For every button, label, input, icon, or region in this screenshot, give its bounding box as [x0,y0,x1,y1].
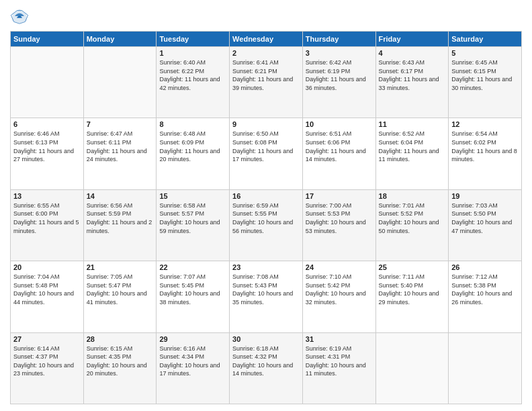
day-number: 30 [232,335,300,343]
day-number: 13 [13,192,81,200]
calendar-cell: 1Sunrise: 6:40 AMSunset: 6:22 PMDaylight… [157,47,230,118]
calendar-cell [449,332,522,404]
day-number: 31 [306,335,373,343]
day-number: 2 [232,49,300,57]
calendar-cell: 31Sunrise: 6:19 AMSunset: 4:31 PMDayligh… [302,332,375,404]
day-number: 11 [379,120,446,128]
day-info: Sunrise: 7:00 AMSunset: 5:53 PMDaylight:… [306,201,373,235]
calendar-cell: 15Sunrise: 6:58 AMSunset: 5:57 PMDayligh… [157,189,230,261]
day-info: Sunrise: 7:10 AMSunset: 5:42 PMDaylight:… [306,273,373,306]
calendar-cell: 18Sunrise: 7:01 AMSunset: 5:52 PMDayligh… [375,189,449,261]
day-info: Sunrise: 6:55 AMSunset: 6:00 PMDaylight:… [13,201,81,235]
weekday-header-thursday: Thursday [302,32,375,47]
calendar-cell: 2Sunrise: 6:41 AMSunset: 6:21 PMDaylight… [230,47,303,118]
day-info: Sunrise: 6:43 AMSunset: 6:17 PMDaylight:… [379,58,446,92]
day-info: Sunrise: 6:19 AMSunset: 4:31 PMDaylight:… [306,345,373,378]
day-info: Sunrise: 7:04 AMSunset: 5:48 PMDaylight:… [13,273,81,306]
calendar-cell [375,332,449,404]
calendar-cell: 5Sunrise: 6:45 AMSunset: 6:15 PMDaylight… [449,47,522,118]
calendar-cell: 8Sunrise: 6:48 AMSunset: 6:09 PMDaylight… [157,118,230,189]
calendar-cell: 22Sunrise: 7:07 AMSunset: 5:45 PMDayligh… [157,261,230,332]
calendar-cell: 4Sunrise: 6:43 AMSunset: 6:17 PMDaylight… [375,47,449,118]
calendar-cell: 20Sunrise: 7:04 AMSunset: 5:48 PMDayligh… [11,261,84,332]
calendar-cell: 25Sunrise: 7:11 AMSunset: 5:40 PMDayligh… [375,261,449,332]
calendar-table: SundayMondayTuesdayWednesdayThursdayFrid… [10,31,522,404]
calendar-cell: 24Sunrise: 7:10 AMSunset: 5:42 PMDayligh… [302,261,375,332]
day-info: Sunrise: 7:12 AMSunset: 5:38 PMDaylight:… [451,273,519,306]
day-info: Sunrise: 7:01 AMSunset: 5:52 PMDaylight:… [379,201,446,235]
calendar-cell: 3Sunrise: 6:42 AMSunset: 6:19 PMDaylight… [302,47,375,118]
day-number: 26 [451,263,519,271]
day-number: 27 [13,335,81,343]
day-info: Sunrise: 6:46 AMSunset: 6:13 PMDaylight:… [13,130,81,163]
calendar-cell: 14Sunrise: 6:56 AMSunset: 5:59 PMDayligh… [83,189,157,261]
day-info: Sunrise: 6:50 AMSunset: 6:08 PMDaylight:… [232,130,300,163]
day-info: Sunrise: 6:15 AMSunset: 4:35 PMDaylight:… [87,345,154,378]
calendar-cell: 16Sunrise: 6:59 AMSunset: 5:55 PMDayligh… [230,189,303,261]
calendar-week-row: 1Sunrise: 6:40 AMSunset: 6:22 PMDaylight… [11,47,522,118]
day-info: Sunrise: 6:52 AMSunset: 6:04 PMDaylight:… [379,130,446,163]
day-number: 25 [379,263,446,271]
day-number: 22 [159,263,226,271]
day-number: 28 [87,335,154,343]
day-info: Sunrise: 6:59 AMSunset: 5:55 PMDaylight:… [232,201,300,235]
weekday-header-sunday: Sunday [11,32,84,47]
day-number: 18 [379,192,446,200]
day-info: Sunrise: 7:11 AMSunset: 5:40 PMDaylight:… [379,273,446,306]
page: SundayMondayTuesdayWednesdayThursdayFrid… [0,0,532,411]
calendar-cell: 29Sunrise: 6:16 AMSunset: 4:34 PMDayligh… [157,332,230,404]
day-info: Sunrise: 6:51 AMSunset: 6:06 PMDaylight:… [306,130,373,163]
day-number: 1 [159,49,226,57]
day-number: 3 [306,49,373,57]
calendar-cell: 10Sunrise: 6:51 AMSunset: 6:06 PMDayligh… [302,118,375,189]
weekday-header-row: SundayMondayTuesdayWednesdayThursdayFrid… [11,32,522,47]
day-info: Sunrise: 6:42 AMSunset: 6:19 PMDaylight:… [306,58,373,92]
day-info: Sunrise: 6:18 AMSunset: 4:32 PMDaylight:… [232,345,300,378]
day-number: 19 [451,192,519,200]
day-number: 29 [159,335,226,343]
day-number: 16 [232,192,300,200]
calendar-cell: 9Sunrise: 6:50 AMSunset: 6:08 PMDaylight… [230,118,303,189]
calendar-cell: 21Sunrise: 7:05 AMSunset: 5:47 PMDayligh… [83,261,157,332]
calendar-cell: 13Sunrise: 6:55 AMSunset: 6:00 PMDayligh… [11,189,84,261]
calendar-cell: 19Sunrise: 7:03 AMSunset: 5:50 PMDayligh… [449,189,522,261]
weekday-header-saturday: Saturday [449,32,522,47]
day-number: 23 [232,263,300,271]
day-number: 6 [13,120,81,128]
calendar-cell [83,47,157,118]
calendar-cell: 6Sunrise: 6:46 AMSunset: 6:13 PMDaylight… [11,118,84,189]
day-number: 20 [13,263,81,271]
day-info: Sunrise: 6:14 AMSunset: 4:37 PMDaylight:… [13,345,81,378]
day-info: Sunrise: 6:41 AMSunset: 6:21 PMDaylight:… [232,58,300,92]
calendar-cell [11,47,84,118]
day-info: Sunrise: 6:45 AMSunset: 6:15 PMDaylight:… [451,58,519,92]
calendar-cell: 23Sunrise: 7:08 AMSunset: 5:43 PMDayligh… [230,261,303,332]
day-number: 7 [87,120,154,128]
day-number: 21 [87,263,154,271]
calendar-week-row: 27Sunrise: 6:14 AMSunset: 4:37 PMDayligh… [11,332,522,404]
calendar-week-row: 20Sunrise: 7:04 AMSunset: 5:48 PMDayligh… [11,261,522,332]
day-number: 10 [306,120,373,128]
calendar-cell: 17Sunrise: 7:00 AMSunset: 5:53 PMDayligh… [302,189,375,261]
day-number: 9 [232,120,300,128]
day-info: Sunrise: 7:05 AMSunset: 5:47 PMDaylight:… [87,273,154,306]
day-info: Sunrise: 7:03 AMSunset: 5:50 PMDaylight:… [451,201,519,235]
day-number: 8 [159,120,226,128]
weekday-header-wednesday: Wednesday [230,32,303,47]
calendar-week-row: 13Sunrise: 6:55 AMSunset: 6:00 PMDayligh… [11,189,522,261]
day-info: Sunrise: 7:07 AMSunset: 5:45 PMDaylight:… [159,273,226,306]
weekday-header-tuesday: Tuesday [157,32,230,47]
day-info: Sunrise: 6:48 AMSunset: 6:09 PMDaylight:… [159,130,226,163]
day-number: 5 [451,49,519,57]
day-number: 24 [306,263,373,271]
header [10,7,522,26]
day-info: Sunrise: 6:40 AMSunset: 6:22 PMDaylight:… [159,58,226,92]
day-info: Sunrise: 6:58 AMSunset: 5:57 PMDaylight:… [159,201,226,235]
calendar-cell: 27Sunrise: 6:14 AMSunset: 4:37 PMDayligh… [11,332,84,404]
calendar-cell: 28Sunrise: 6:15 AMSunset: 4:35 PMDayligh… [83,332,157,404]
calendar-cell: 11Sunrise: 6:52 AMSunset: 6:04 PMDayligh… [375,118,449,189]
day-number: 17 [306,192,373,200]
day-info: Sunrise: 6:54 AMSunset: 6:02 PMDaylight:… [451,130,519,163]
day-info: Sunrise: 6:47 AMSunset: 6:11 PMDaylight:… [87,130,154,163]
calendar-cell: 26Sunrise: 7:12 AMSunset: 5:38 PMDayligh… [449,261,522,332]
